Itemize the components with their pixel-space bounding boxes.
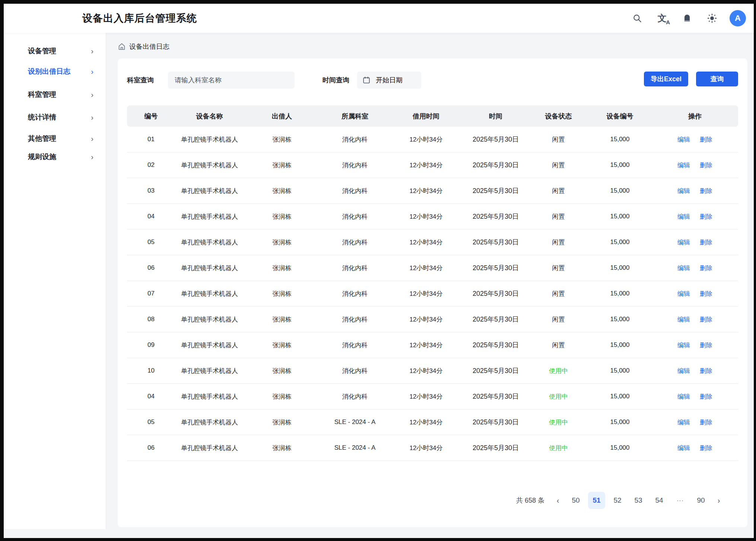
time-query-label: 时间查询	[323, 72, 349, 89]
cell-lender: 张润栋	[244, 135, 320, 144]
edit-link[interactable]: 编辑	[677, 187, 690, 194]
dept-query-label: 科室查询	[127, 72, 154, 89]
cell-lender: 张润栋	[244, 418, 320, 427]
delete-link[interactable]: 删除	[700, 419, 712, 426]
avatar-initial: A	[730, 10, 746, 26]
table-row: 05单孔腔镜手术机器人张润栋SLE - 2024 - A12小时34分2025年…	[127, 409, 738, 435]
delete-link[interactable]: 删除	[700, 316, 712, 323]
cell-duration: 12小时34分	[390, 264, 462, 272]
cell-date: 2025年5月30日	[462, 341, 529, 349]
cell-id: 05	[127, 238, 175, 246]
delete-link[interactable]: 删除	[700, 136, 712, 143]
cell-id: 04	[127, 213, 175, 220]
cell-status: 闲置	[529, 135, 588, 144]
cell-name: 单孔腔镜手术机器人	[175, 135, 244, 144]
sidebar-item-label: 统计详情	[28, 113, 56, 122]
export-excel-button[interactable]: 导出Excel	[644, 72, 688, 86]
pagination-page-90[interactable]: 90	[692, 492, 709, 509]
cell-date: 2025年5月30日	[462, 392, 529, 401]
edit-link[interactable]: 编辑	[677, 213, 690, 220]
pagination-page-54[interactable]: 54	[651, 492, 668, 509]
cell-id: 03	[127, 187, 175, 194]
column-header-7: 设备编号	[588, 112, 652, 121]
edit-link[interactable]: 编辑	[677, 316, 690, 323]
pagination-page-52[interactable]: 52	[609, 492, 626, 509]
edit-link[interactable]: 编辑	[677, 162, 690, 169]
column-header-3: 所属科室	[320, 112, 390, 121]
sidebar-item-2[interactable]: 科室管理›	[4, 87, 106, 102]
search-icon[interactable]	[629, 10, 646, 27]
edit-link[interactable]: 编辑	[677, 393, 690, 400]
delete-link[interactable]: 删除	[700, 265, 712, 272]
cell-id: 06	[127, 264, 175, 272]
delete-link[interactable]: 删除	[700, 290, 712, 297]
avatar[interactable]: A	[729, 10, 746, 27]
cell-id: 06	[127, 444, 175, 452]
delete-link[interactable]: 删除	[700, 444, 712, 452]
table-body: 01单孔腔镜手术机器人张润栋消化内科12小时34分2025年5月30日闲置15,…	[127, 127, 738, 461]
delete-link[interactable]: 删除	[700, 213, 712, 220]
cell-code: 15,000	[588, 393, 652, 400]
cell-dept: 消化内科	[320, 161, 390, 170]
cell-dept: 消化内科	[320, 367, 390, 375]
dept-search-input[interactable]	[168, 72, 295, 89]
cell-dept: SLE - 2024 - A	[320, 444, 390, 452]
cell-code: 15,000	[588, 187, 652, 194]
pagination-next-icon[interactable]: ›	[711, 492, 726, 509]
cell-dept: SLE - 2024 - A	[320, 418, 390, 426]
pagination-page-51[interactable]: 51	[588, 492, 605, 509]
edit-link[interactable]: 编辑	[677, 265, 690, 272]
pagination-prev-icon[interactable]: ‹	[550, 492, 565, 509]
sidebar-item-label: 其他管理	[28, 134, 56, 143]
delete-link[interactable]: 删除	[700, 367, 712, 374]
edit-link[interactable]: 编辑	[677, 419, 690, 426]
notification-icon[interactable]	[679, 10, 696, 27]
cell-status: 闲置	[529, 212, 588, 221]
edit-link[interactable]: 编辑	[677, 342, 690, 349]
sidebar-item-4[interactable]: 其他管理›	[4, 131, 106, 146]
cell-duration: 12小时34分	[390, 187, 462, 195]
sidebar-item-0[interactable]: 设备管理›	[4, 44, 106, 58]
cell-name: 单孔腔镜手术机器人	[175, 341, 244, 349]
cell-name: 单孔腔镜手术机器人	[175, 418, 244, 427]
cell-id: 08	[127, 316, 175, 323]
edit-link[interactable]: 编辑	[677, 290, 690, 297]
translate-icon[interactable]: 文A	[654, 10, 671, 27]
cell-dept: 消化内科	[320, 264, 390, 272]
pagination-page-53[interactable]: 53	[630, 492, 647, 509]
cell-code: 15,000	[588, 444, 652, 452]
start-date-picker[interactable]: 开始日期	[357, 72, 421, 89]
delete-link[interactable]: 删除	[700, 239, 712, 246]
sidebar-item-1[interactable]: 设别出借日志›	[4, 64, 106, 79]
home-icon[interactable]	[118, 42, 126, 51]
cell-name: 单孔腔镜手术机器人	[175, 238, 244, 247]
cell-name: 单孔腔镜手术机器人	[175, 367, 244, 375]
delete-link[interactable]: 删除	[700, 342, 712, 349]
table-row: 08单孔腔镜手术机器人张润栋消化内科12小时34分2025年5月30日闲置15,…	[127, 307, 738, 332]
cell-name: 单孔腔镜手术机器人	[175, 444, 244, 452]
delete-link[interactable]: 删除	[700, 162, 712, 169]
cell-actions: 编辑删除	[652, 418, 738, 427]
edit-link[interactable]: 编辑	[677, 444, 690, 452]
edit-link[interactable]: 编辑	[677, 239, 690, 246]
cell-name: 单孔腔镜手术机器人	[175, 212, 244, 221]
edit-link[interactable]: 编辑	[677, 136, 690, 143]
pagination-page-50[interactable]: 50	[567, 492, 584, 509]
sidebar: 设备管理›设别出借日志›科室管理›统计详情›其他管理›规则设施›	[4, 33, 106, 529]
start-date-placeholder: 开始日期	[376, 76, 403, 85]
sidebar-item-5[interactable]: 规则设施›	[4, 149, 106, 164]
table-header-row: 编号设备名称出借人所属科室借用时间时间设备状态设备编号操作	[127, 105, 738, 127]
query-button[interactable]: 查询	[696, 72, 738, 86]
table-row: 06单孔腔镜手术机器人张润栋SLE - 2024 - A12小时34分2025年…	[127, 435, 738, 461]
pagination-total: 共 658 条	[516, 496, 544, 505]
delete-link[interactable]: 删除	[700, 187, 712, 194]
cell-status: 闲置	[529, 238, 588, 247]
cell-duration: 12小时34分	[390, 444, 462, 452]
brightness-icon[interactable]	[703, 10, 721, 27]
filter-bar: 科室查询 时间查询 开始日期	[127, 72, 738, 89]
cell-code: 15,000	[588, 238, 652, 246]
cell-id: 05	[127, 418, 175, 426]
edit-link[interactable]: 编辑	[677, 367, 690, 374]
sidebar-item-3[interactable]: 统计详情›	[4, 110, 106, 125]
delete-link[interactable]: 删除	[700, 393, 712, 400]
